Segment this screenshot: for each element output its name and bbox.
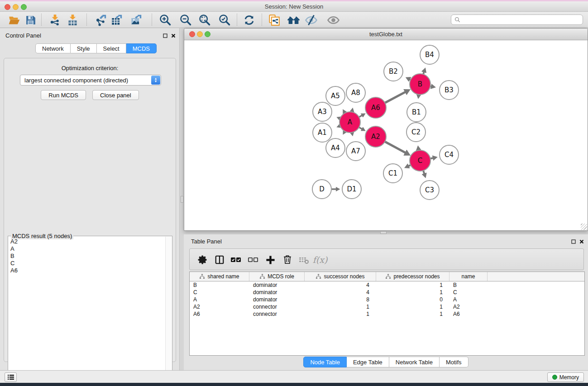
- close-panel-button[interactable]: Close panel: [92, 90, 139, 100]
- search-input[interactable]: [460, 17, 583, 23]
- column-header-MCDS-role[interactable]: MCDS role: [249, 272, 305, 281]
- graph-node-A8[interactable]: A8: [346, 83, 365, 102]
- graph-node-B2[interactable]: B2: [384, 62, 403, 81]
- graph-node-B3[interactable]: B3: [440, 81, 459, 100]
- open-session-icon[interactable]: [6, 13, 22, 27]
- select-all-icon[interactable]: [229, 253, 243, 267]
- table-row[interactable]: Adominator80A: [190, 296, 584, 303]
- import-table-icon[interactable]: [65, 13, 80, 27]
- graph-node-A[interactable]: A: [339, 112, 360, 133]
- column-header-shared-name[interactable]: shared name: [190, 272, 249, 281]
- mcds-result-item[interactable]: A2: [9, 238, 165, 245]
- tab-edge-table[interactable]: Edge Table: [347, 357, 389, 367]
- graph-node-D[interactable]: D: [312, 180, 331, 199]
- column-header-predecessor-nodes[interactable]: predecessor nodes: [376, 272, 449, 281]
- graph-node-C[interactable]: C: [410, 150, 430, 171]
- window-resize-grip[interactable]: [581, 224, 587, 230]
- app-titlebar: Session: New Session: [0, 1, 588, 12]
- graph-node-B[interactable]: B: [410, 74, 430, 95]
- show-all-icon[interactable]: [325, 13, 341, 27]
- zoom-out-icon[interactable]: [178, 13, 193, 27]
- graph-node-D1[interactable]: D1: [342, 180, 361, 199]
- export-table-icon[interactable]: [109, 13, 124, 27]
- splitter-grip[interactable]: [380, 231, 387, 234]
- select-chevrons-icon: ▲▼: [151, 76, 160, 85]
- mcds-result-box: MCDS result (5 nodes) A2ABCA6: [8, 236, 172, 386]
- tab-select[interactable]: Select: [97, 43, 126, 53]
- close-panel-icon[interactable]: [171, 33, 176, 38]
- save-session-icon[interactable]: [23, 13, 38, 27]
- graph-node-B1[interactable]: B1: [407, 103, 426, 122]
- memory-status-icon: [552, 375, 557, 380]
- add-column-icon[interactable]: [263, 253, 277, 267]
- graph-node-A6[interactable]: A6: [365, 97, 386, 118]
- network-canvas[interactable]: B4B2BB3A8A5A6A3B1AA1C2A2A4A7C4CC1DD1C3: [184, 40, 588, 230]
- graph-node-B4[interactable]: B4: [420, 45, 439, 64]
- float-panel-icon[interactable]: [571, 239, 576, 244]
- export-network-icon[interactable]: [93, 13, 109, 27]
- graph-node-A7[interactable]: A7: [346, 142, 365, 161]
- cell-shared-name: A: [190, 296, 249, 303]
- mcds-result-list: A2ABCA6: [9, 238, 165, 386]
- float-panel-icon[interactable]: [163, 33, 167, 38]
- graph-node-A5[interactable]: A5: [326, 86, 345, 105]
- table-row[interactable]: A6connector11A6: [190, 310, 584, 318]
- graph-node-C4[interactable]: C4: [440, 145, 459, 164]
- graph-node-A3[interactable]: A3: [313, 102, 332, 121]
- close-panel-icon[interactable]: [579, 239, 584, 244]
- cell-predecessor-nodes: 1: [376, 303, 449, 310]
- task-history-button[interactable]: [5, 372, 17, 382]
- graph-node-A2[interactable]: A2: [365, 126, 386, 147]
- mcds-result-item[interactable]: C: [9, 260, 165, 267]
- column-header-name[interactable]: name: [449, 272, 488, 281]
- node-table-body: Bdominator41BCdominator41CAdominator80AA…: [190, 281, 584, 318]
- desktop-edge: [0, 383, 588, 386]
- table-row[interactable]: A2connector11A2: [190, 303, 584, 310]
- hide-selected-icon[interactable]: [303, 13, 319, 27]
- zoom-in-icon[interactable]: [158, 13, 173, 27]
- zoom-selected-icon[interactable]: [217, 13, 232, 27]
- mcds-result-item[interactable]: A6: [9, 267, 165, 274]
- app-title: Session: New Session: [0, 3, 588, 10]
- memory-button[interactable]: Memory: [547, 372, 584, 382]
- mcds-result-item[interactable]: A: [9, 245, 165, 253]
- graph-node-C1[interactable]: C1: [383, 164, 402, 183]
- tab-mcds[interactable]: MCDS: [126, 43, 157, 53]
- browse-columns-icon[interactable]: [212, 253, 227, 267]
- graph-node-C3[interactable]: C3: [420, 181, 439, 200]
- tab-style[interactable]: Style: [71, 43, 97, 53]
- column-header-successor-nodes[interactable]: successor nodes: [305, 272, 376, 281]
- graph-edge-A6-B[interactable]: [384, 92, 405, 103]
- export-image-icon[interactable]: [129, 13, 144, 27]
- network-window-titlebar[interactable]: testGlobe.txt: [184, 29, 588, 40]
- table-row[interactable]: Bdominator41B: [190, 281, 584, 289]
- mcds-result-item[interactable]: B: [9, 253, 165, 260]
- tab-node-table[interactable]: Node Table: [303, 357, 347, 367]
- toolbar-separator: [152, 14, 152, 26]
- mcds-result-scrollbar[interactable]: [165, 237, 172, 386]
- run-mcds-button[interactable]: Run MCDS: [41, 90, 86, 100]
- first-neighbors-icon[interactable]: [286, 13, 301, 27]
- tab-network-table[interactable]: Network Table: [389, 357, 440, 367]
- table-row[interactable]: Cdominator41C: [190, 289, 584, 296]
- delete-columns-icon[interactable]: [280, 253, 295, 267]
- graph-node-A4[interactable]: A4: [326, 138, 345, 157]
- network-window-title: testGlobe.txt: [184, 31, 588, 38]
- svg-text:C1: C1: [388, 169, 397, 177]
- graph-node-C2[interactable]: C2: [406, 123, 425, 142]
- deselect-all-icon[interactable]: [246, 253, 260, 267]
- graph-edge-A2-C[interactable]: [384, 141, 405, 152]
- tab-network[interactable]: Network: [35, 43, 71, 53]
- cell-MCDS-role: dominator: [249, 289, 305, 296]
- table-settings-icon[interactable]: [196, 253, 210, 267]
- tab-motifs[interactable]: Motifs: [440, 357, 468, 367]
- apply-layout-icon[interactable]: [241, 13, 257, 27]
- new-network-from-selection-icon[interactable]: [266, 13, 282, 27]
- zoom-fit-icon[interactable]: [197, 13, 212, 27]
- import-network-icon[interactable]: [47, 13, 62, 27]
- cell-name: A6: [449, 310, 488, 318]
- criterion-select[interactable]: largest connected component (directed) ▲…: [20, 75, 161, 86]
- graph-node-A1[interactable]: A1: [313, 123, 332, 142]
- splitter-grip[interactable]: [181, 196, 183, 203]
- search-box[interactable]: [451, 14, 583, 25]
